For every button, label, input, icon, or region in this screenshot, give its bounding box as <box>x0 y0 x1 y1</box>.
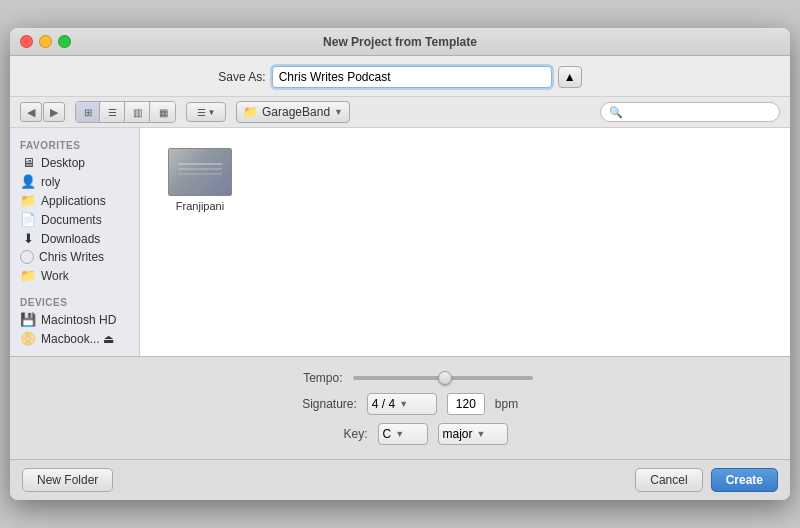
toolbar-row: ◀ ▶ ⊞ ☰ ▥ ▦ ☰ ▼ 📁 GarageBand ▼ 🔍 <box>10 96 790 128</box>
file-thumbnail <box>168 148 232 196</box>
list-view-button[interactable]: ☰ <box>101 102 125 122</box>
footer-row: New Folder Cancel Create <box>10 459 790 500</box>
back-button[interactable]: ◀ <box>20 102 42 122</box>
favorites-section-label: FAVORITES <box>10 136 139 153</box>
sidebar-item-desktop-label: Desktop <box>41 156 85 170</box>
sidebar-item-applications-label: Applications <box>41 194 106 208</box>
devices-section-label: DEVICES <box>10 293 139 310</box>
tempo-slider-track <box>353 376 533 380</box>
view-buttons: ⊞ ☰ ▥ ▦ <box>75 101 176 123</box>
cancel-button[interactable]: Cancel <box>635 468 702 492</box>
main-content: FAVORITES 🖥 Desktop 👤 roly 📁 Application… <box>10 128 790 356</box>
sidebar-item-applications[interactable]: 📁 Applications <box>10 191 139 210</box>
save-as-toggle[interactable]: ▲ <box>558 66 582 88</box>
bpm-input[interactable] <box>447 393 485 415</box>
tempo-slider-thumb[interactable] <box>438 371 452 385</box>
work-icon: 📁 <box>20 268 36 283</box>
key-row: Key: C ▼ major ▼ <box>293 423 508 445</box>
forward-button[interactable]: ▶ <box>43 102 65 122</box>
new-folder-button[interactable]: New Folder <box>22 468 113 492</box>
maximize-button[interactable] <box>58 35 71 48</box>
file-area: Franjipani <box>140 128 790 356</box>
mode-value: major <box>443 427 473 441</box>
icon-view-button[interactable]: ⊞ <box>76 102 100 122</box>
folder-dropdown[interactable]: 📁 GarageBand ▼ <box>236 101 350 123</box>
cover-view-button[interactable]: ▦ <box>151 102 175 122</box>
search-icon: 🔍 <box>609 106 623 119</box>
signature-arrow-icon: ▼ <box>399 399 408 409</box>
key-arrow-icon: ▼ <box>395 429 404 439</box>
roly-icon: 👤 <box>20 174 36 189</box>
downloads-icon: ⬇ <box>20 231 36 246</box>
nav-buttons: ◀ ▶ <box>20 102 65 122</box>
folder-name: GarageBand <box>262 105 330 119</box>
desktop-icon: 🖥 <box>20 155 36 170</box>
mode-arrow-icon: ▼ <box>477 429 486 439</box>
sidebar-item-downloads-label: Downloads <box>41 232 100 246</box>
close-button[interactable] <box>20 35 33 48</box>
view-list-dropdown[interactable]: ☰ ▼ <box>186 102 226 122</box>
folder-icon: 📁 <box>243 105 258 119</box>
save-as-row: Save As: ▲ <box>10 56 790 96</box>
titlebar: New Project from Template <box>10 28 790 56</box>
footer-left: New Folder <box>22 468 113 492</box>
sidebar-item-desktop[interactable]: 🖥 Desktop <box>10 153 139 172</box>
main-window: New Project from Template Save As: ▲ ◀ ▶… <box>10 28 790 500</box>
sidebar-item-macintoshhd[interactable]: 💾 Macintosh HD <box>10 310 139 329</box>
create-button[interactable]: Create <box>711 468 778 492</box>
toggle-arrow-icon: ▲ <box>564 70 576 84</box>
search-box: 🔍 <box>600 102 780 122</box>
bottom-panel: Tempo: Signature: 4 / 4 ▼ bpm Key: C ▼ <box>10 356 790 459</box>
footer-right: Cancel Create <box>635 468 778 492</box>
file-label: Franjipani <box>176 200 224 212</box>
minimize-button[interactable] <box>39 35 52 48</box>
sidebar: FAVORITES 🖥 Desktop 👤 roly 📁 Application… <box>10 128 140 356</box>
sidebar-item-chriswrites[interactable]: Chris Writes <box>10 248 139 266</box>
sidebar-item-macbook-label: Macbook... ⏏ <box>41 332 114 346</box>
sidebar-item-documents-label: Documents <box>41 213 102 227</box>
tempo-row: Tempo: <box>268 371 533 385</box>
tempo-slider-container <box>353 376 533 380</box>
sidebar-item-work-label: Work <box>41 269 69 283</box>
signature-select[interactable]: 4 / 4 ▼ <box>367 393 437 415</box>
sidebar-item-macbook[interactable]: 📀 Macbook... ⏏ <box>10 329 139 348</box>
sidebar-item-work[interactable]: 📁 Work <box>10 266 139 285</box>
signature-label: Signature: <box>282 397 357 411</box>
window-title: New Project from Template <box>323 35 477 49</box>
sidebar-item-chriswrites-label: Chris Writes <box>39 250 104 264</box>
sidebar-item-downloads[interactable]: ⬇ Downloads <box>10 229 139 248</box>
macbook-icon: 📀 <box>20 331 36 346</box>
sidebar-item-roly[interactable]: 👤 roly <box>10 172 139 191</box>
sidebar-item-macintoshhd-label: Macintosh HD <box>41 313 116 327</box>
sidebar-item-roly-label: roly <box>41 175 60 189</box>
tempo-label: Tempo: <box>268 371 343 385</box>
chriswrites-icon <box>20 250 34 264</box>
mode-select[interactable]: major ▼ <box>438 423 508 445</box>
signature-value: 4 / 4 <box>372 397 395 411</box>
folder-dropdown-arrow: ▼ <box>334 107 343 117</box>
documents-icon: 📄 <box>20 212 36 227</box>
macintoshhd-icon: 💾 <box>20 312 36 327</box>
key-label: Key: <box>293 427 368 441</box>
key-value: C <box>383 427 392 441</box>
signature-row: Signature: 4 / 4 ▼ bpm <box>282 393 518 415</box>
save-as-label: Save As: <box>218 70 265 84</box>
search-input[interactable] <box>623 106 771 118</box>
sidebar-item-documents[interactable]: 📄 Documents <box>10 210 139 229</box>
column-view-button[interactable]: ▥ <box>126 102 150 122</box>
key-select[interactable]: C ▼ <box>378 423 428 445</box>
applications-icon: 📁 <box>20 193 36 208</box>
bpm-label: bpm <box>495 397 518 411</box>
file-item-franjipani[interactable]: Franjipani <box>160 148 240 212</box>
save-as-input[interactable] <box>272 66 552 88</box>
titlebar-buttons <box>20 35 71 48</box>
